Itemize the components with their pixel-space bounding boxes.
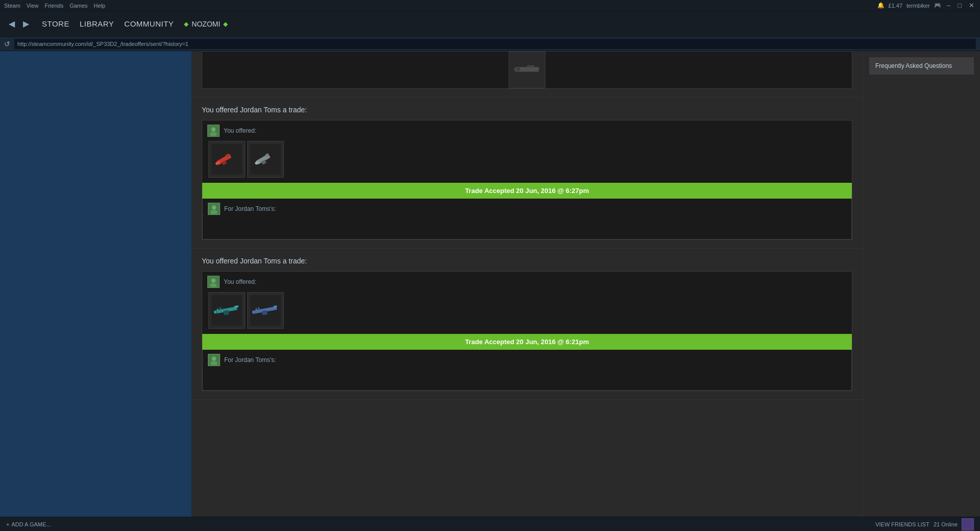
menu-games[interactable]: Games — [69, 3, 87, 9]
trade-accepted-2: Trade Accepted 20 Jun, 2016 @ 6:21pm — [202, 334, 852, 350]
right-sidebar: Frequently Asked Questions — [863, 51, 980, 517]
top-partial-section — [192, 51, 863, 98]
trade-section-2: You offered Jordan Toms a trade: You off… — [192, 249, 863, 400]
svg-point-24 — [211, 278, 216, 282]
trade-offered-header-2: You offered: — [207, 276, 847, 288]
svg-point-21 — [212, 205, 216, 209]
notification-icon[interactable]: 🔔 — [877, 2, 885, 9]
trade-offered-2: You offered: — [202, 272, 852, 334]
user-label: NOZOMI — [192, 20, 220, 28]
maximize-button[interactable]: □ — [956, 2, 963, 9]
menu-friends[interactable]: Friends — [44, 3, 63, 9]
center-content: You offered Jordan Toms a trade: You off… — [192, 51, 863, 517]
nav-arrows: ◀ ▶ — [6, 18, 32, 30]
title-bar-menu: Steam View Friends Games Help — [4, 3, 105, 9]
view-friends-label: VIEW FRIENDS LIST — [875, 521, 929, 527]
add-game-button[interactable]: + ADD A GAME... — [6, 521, 51, 527]
for-label-2: For Jordan Toms's: — [224, 356, 276, 364]
svg-rect-2 — [527, 65, 534, 68]
minimize-button[interactable]: – — [945, 2, 952, 9]
trade-for-header-1: For Jordan Toms's: — [208, 203, 846, 215]
trade-offered-1: You offered: — [202, 120, 852, 183]
trade-section-1: You offered Jordan Toms a trade: You off… — [192, 98, 863, 249]
trade-for-2: For Jordan Toms's: — [202, 350, 852, 391]
offered-label-1: You offered: — [224, 127, 256, 134]
offered-label-2: You offered: — [224, 278, 256, 285]
diamond-right-icon: ◆ — [223, 20, 228, 28]
bottom-bar: + ADD A GAME... VIEW FRIENDS LIST 21 Onl… — [0, 517, 980, 531]
trade-box-2: You offered: — [202, 271, 852, 391]
svg-rect-31 — [223, 310, 229, 315]
top-trade-box — [202, 51, 852, 89]
left-sidebar — [0, 51, 192, 517]
address-input[interactable] — [14, 39, 976, 49]
online-count: 21 Online — [934, 521, 958, 527]
faq-box[interactable]: Frequently Asked Questions — [869, 57, 974, 75]
trade-for-1: For Jordan Toms's: — [202, 199, 852, 239]
username-label: termbiker — [906, 3, 930, 9]
forward-button[interactable]: ▶ — [20, 18, 32, 30]
svg-point-43 — [212, 356, 216, 360]
items-row-1 — [207, 141, 847, 178]
trade-accepted-1: Trade Accepted 20 Jun, 2016 @ 6:27pm — [202, 183, 852, 199]
controller-icon: 🎮 — [934, 2, 941, 9]
svg-rect-39 — [262, 310, 268, 316]
avatar-2 — [207, 276, 220, 288]
friends-avatar — [962, 518, 974, 530]
trade-box-1: You offered: — [202, 120, 852, 240]
trade-title-2: You offered Jordan Toms a trade: — [202, 257, 852, 265]
add-game-label: ADD A GAME... — [11, 521, 51, 527]
trade-for-header-2: For Jordan Toms's: — [208, 354, 846, 366]
back-button[interactable]: ◀ — [6, 18, 17, 30]
trade-title-1: You offered Jordan Toms a trade: — [202, 106, 852, 114]
for-label-1: For Jordan Toms's: — [224, 205, 276, 212]
item-slot-1b — [247, 141, 284, 178]
menu-help[interactable]: Help — [94, 3, 106, 9]
svg-point-6 — [211, 127, 216, 131]
community-nav-link[interactable]: COMMUNITY — [124, 19, 174, 28]
avatar-for-2 — [208, 354, 220, 366]
close-button[interactable]: ✕ — [967, 2, 976, 9]
items-row-2 — [207, 292, 847, 329]
avatar-1 — [207, 125, 220, 137]
trade-offered-header-1: You offered: — [207, 125, 847, 137]
top-item-slot — [509, 52, 545, 88]
avatar-for-1 — [208, 203, 220, 215]
menu-view[interactable]: View — [27, 3, 39, 9]
svg-rect-4 — [514, 68, 517, 71]
store-nav-link[interactable]: STORE — [42, 19, 69, 28]
nav-bar: ◀ ▶ STORE LIBRARY COMMUNITY ◆ NOZOMI ◆ — [0, 11, 980, 37]
view-friends-area[interactable]: VIEW FRIENDS LIST 21 Online — [875, 518, 974, 530]
title-bar-controls: 🔔 £1.47 termbiker 🎮 – □ ✕ — [877, 2, 976, 9]
reload-button[interactable]: ↺ — [4, 40, 10, 48]
main-layout: You offered Jordan Toms a trade: You off… — [0, 51, 980, 517]
diamond-left-icon: ◆ — [184, 20, 188, 28]
item-slot-2b — [247, 292, 284, 329]
item-slot-2a — [208, 292, 245, 329]
menu-steam[interactable]: Steam — [4, 3, 20, 9]
wallet-amount: £1.47 — [889, 3, 903, 9]
title-bar: Steam View Friends Games Help 🔔 £1.47 te… — [0, 0, 980, 11]
add-game-icon: + — [6, 521, 9, 527]
item-slot-1a — [208, 141, 245, 178]
user-nav[interactable]: ◆ NOZOMI ◆ — [184, 20, 228, 28]
nav-links: STORE LIBRARY COMMUNITY — [42, 19, 174, 28]
address-bar: ↺ — [0, 37, 980, 51]
library-nav-link[interactable]: LIBRARY — [80, 19, 114, 28]
